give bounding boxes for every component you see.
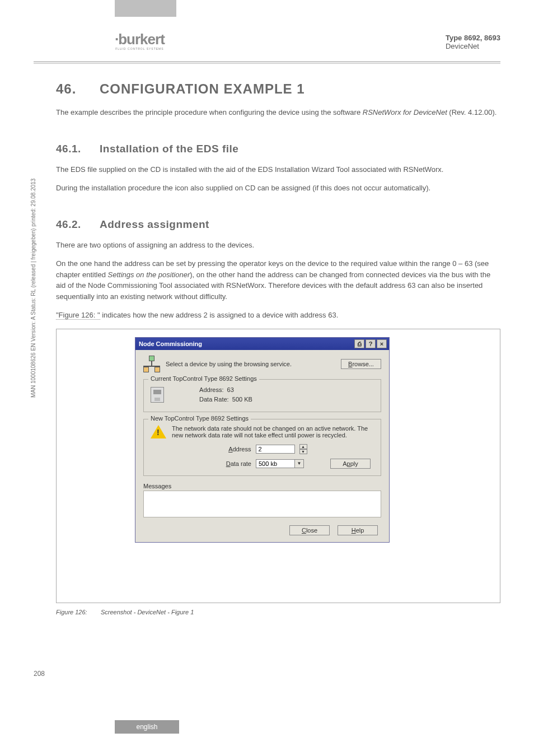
dialog-body: Select a device by using the browsing se… (135, 350, 389, 542)
new-settings-legend: New TopControl Type 8692 Settings (148, 415, 251, 422)
help-button[interactable]: Help (338, 525, 378, 535)
sub2-p1: There are two options of assigning an ad… (56, 240, 500, 251)
pin-button[interactable]: ⎙ (354, 339, 364, 348)
footer-language: english (115, 720, 179, 734)
logo-text: ·burkert (115, 31, 165, 48)
sub1-title: Installation of the EDS file (100, 143, 238, 155)
dialog-title: Node Commissioning (139, 340, 202, 347)
header-rule-1 (34, 62, 500, 62)
sub2-heading: 46.2.Address assignment (56, 218, 500, 231)
side-metadata: MAN 1000108626 EN Version: A Status: RL … (30, 179, 36, 398)
node-commissioning-dialog: Node Commissioning ⎙ ? × Select a device… (135, 337, 390, 543)
figure-number: Figure 126: (56, 609, 101, 615)
figure-caption-text: Screenshot - DeviceNet - Figure 1 (101, 609, 194, 615)
current-kv: Address: 63 Data Rate: 500 KB (199, 385, 252, 405)
figure-link[interactable]: "Figure 126: " (56, 311, 100, 320)
logo-subtitle: FLUID CONTROL SYSTEMS (115, 47, 163, 50)
close-button[interactable]: Close (289, 525, 330, 535)
doc-type: Type 8692, 8693 (446, 34, 500, 42)
section-intro: The example describes the principle proc… (56, 107, 500, 118)
section-heading: 46.CONFIGURATION EXAMPLE 1 (56, 81, 500, 97)
warning-row: The network data rate should not be chan… (151, 425, 374, 438)
doc-subtitle: DeviceNet (446, 42, 500, 50)
address-spinner[interactable]: ▲▼ (299, 444, 307, 454)
sub2-p2: On the one hand the address can be set b… (56, 258, 500, 302)
addr-value: 63 (227, 386, 234, 393)
intro-a: The example describes the principle proc… (56, 108, 363, 116)
datarate-row: Data rate ▼ Apply (151, 459, 374, 469)
sub2-p3b: indicates how the new address 2 is assig… (100, 311, 339, 319)
titlebar-help-button[interactable]: ? (366, 339, 376, 348)
section-title: CONFIGURATION EXAMPLE 1 (100, 81, 305, 96)
dialog-footer: Close Help (143, 525, 381, 535)
page-header: ·burkert FLUID CONTROL SYSTEMS Type 8692… (115, 31, 500, 56)
apply-button[interactable]: Apply (330, 459, 371, 469)
sub1-num: 46.1. (56, 143, 100, 155)
messages-section: Messages (143, 483, 381, 517)
warning-icon (151, 425, 166, 438)
messages-box[interactable] (143, 491, 381, 517)
figure-caption: Figure 126:Screenshot - DeviceNet - Figu… (56, 609, 500, 615)
address-input-row: Address ▲▼ (151, 444, 374, 454)
dialog-titlebar[interactable]: Node Commissioning ⎙ ? × (135, 338, 389, 350)
new-settings-group: New TopControl Type 8692 Settings The ne… (143, 419, 381, 476)
header-right: Type 8692, 8693 DeviceNet (446, 34, 500, 50)
browse-hint: Select a device by using the browsing se… (166, 361, 335, 367)
rate-value: 500 KB (232, 396, 252, 403)
browse-button[interactable]: Browse... (341, 359, 381, 369)
section-number: 46. (56, 81, 100, 97)
browse-row: Select a device by using the browsing se… (143, 356, 381, 372)
sub1-heading: 46.1.Installation of the EDS file (56, 143, 500, 155)
chevron-down-icon[interactable]: ▼ (295, 459, 304, 468)
address-input-label: Address (218, 446, 251, 452)
page-number: 208 (34, 670, 45, 678)
current-settings-legend: Current TopControl Type 8692 Settings (148, 375, 259, 382)
device-icon (151, 387, 164, 403)
sub2-p2ital: Settings on the positioner (108, 270, 190, 279)
datarate-input[interactable] (256, 459, 295, 468)
messages-label: Messages (143, 483, 381, 489)
figure-box: Node Commissioning ⎙ ? × Select a device… (56, 329, 500, 603)
rate-label: Data Rate: (199, 396, 229, 403)
current-settings-group: Current TopControl Type 8692 Settings Ad… (143, 379, 381, 412)
sub2-p3: "Figure 126: " indicates how the new add… (56, 310, 500, 321)
sub2-num: 46.2. (56, 218, 100, 231)
datarate-combo[interactable]: ▼ (256, 459, 304, 468)
logo-word: burkert (118, 31, 165, 48)
header-rule-2 (34, 63, 500, 64)
sub1-p1: The EDS file supplied on the CD is insta… (56, 164, 500, 175)
logo: ·burkert FLUID CONTROL SYSTEMS (115, 31, 165, 50)
addr-label: Address: (199, 386, 223, 393)
intro-b: (Rev. 4.12.00). (447, 108, 497, 116)
datarate-input-label: Data rate (218, 460, 251, 467)
titlebar-buttons: ⎙ ? × (354, 339, 387, 348)
content: 46.CONFIGURATION EXAMPLE 1 The example d… (56, 81, 500, 615)
network-icon (143, 356, 160, 372)
intro-ital: RSNetWorx for DeviceNet (363, 108, 447, 116)
top-gray-tab (115, 0, 176, 17)
sub2-title: Address assignment (100, 218, 209, 230)
titlebar-close-button[interactable]: × (377, 339, 387, 348)
sub1-p2: During the installation procedure the ic… (56, 183, 500, 194)
warning-text: The network data rate should not be chan… (172, 425, 374, 438)
address-input[interactable] (256, 445, 295, 454)
